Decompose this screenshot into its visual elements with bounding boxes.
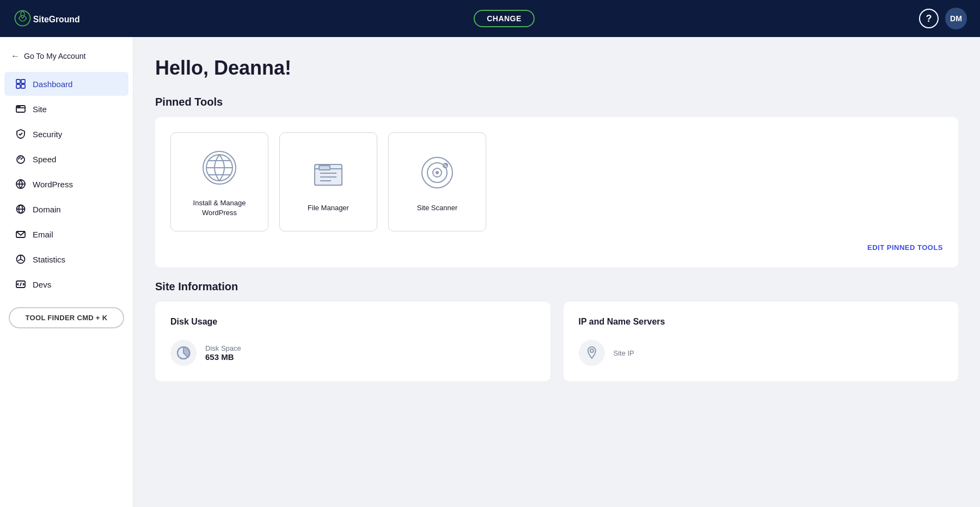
pinned-tools-title: Pinned Tools [155,96,958,108]
tool-label: File Manager [308,203,349,213]
change-button[interactable]: CHANGE [474,10,535,27]
svg-point-8 [17,106,19,107]
svg-rect-2 [16,80,20,83]
svg-rect-4 [16,84,20,88]
svg-rect-5 [21,84,25,88]
devs-icon [15,279,26,290]
svg-point-9 [19,106,20,107]
sidebar-item-statistics[interactable]: Statistics [4,247,128,271]
security-icon [15,129,26,139]
svg-rect-3 [21,80,25,83]
disk-icon-wrap [170,340,197,366]
sidebar-item-dashboard[interactable]: Dashboard [4,72,128,96]
site-ip-row: Site IP [579,340,944,366]
disk-usage-card: Disk Usage Disk Space 653 MB [155,302,550,381]
main-content: Hello, Deanna! Pinned Tools [133,37,980,507]
page-greeting: Hello, Deanna! [155,57,958,80]
disk-space-value: 653 MB [205,352,241,362]
logo-area: SiteGround [13,8,89,29]
edit-pinned-tools-link[interactable]: EDIT PINNED TOOLS [867,243,943,252]
svg-point-34 [436,172,438,174]
sidebar-item-label: Dashboard [33,80,72,89]
svg-point-39 [590,349,593,352]
user-avatar-button[interactable]: DM [945,8,967,29]
sidebar-nav: Dashboard Site [0,72,133,296]
disk-space-label: Disk Space [205,344,241,352]
ip-servers-title: IP and Name Servers [579,317,944,327]
pinned-tools-grid: Install & Manage WordPress [170,132,943,231]
sidebar-item-security[interactable]: Security [4,122,128,146]
help-button[interactable]: ? [919,9,939,28]
svg-rect-30 [319,166,330,170]
wordpress-tool-icon [198,146,241,190]
speed-icon [15,154,26,164]
ip-icon-wrap [579,340,605,366]
sidebar-item-domain[interactable]: Domain [4,197,128,221]
site-icon [15,103,26,114]
site-ip-label: Site IP [614,349,634,357]
back-label: Go To My Account [24,52,85,60]
sidebar: ← Go To My Account Dashboard [0,37,133,507]
location-pin-icon [584,345,599,361]
edit-pinned-tools-area: EDIT PINNED TOOLS [170,242,943,252]
tool-label: Install & Manage WordPress [182,198,257,218]
sidebar-item-speed[interactable]: Speed [4,147,128,171]
sidebar-item-wordpress[interactable]: WordPress [4,172,128,196]
disk-space-row: Disk Space 653 MB [170,340,535,366]
disk-usage-title: Disk Usage [170,317,535,327]
main-layout: ← Go To My Account Dashboard [0,37,980,507]
sidebar-item-label: Email [33,230,53,239]
file-manager-tool-icon [307,151,350,194]
svg-text:SiteGround: SiteGround [33,15,80,24]
top-navbar: SiteGround CHANGE ? DM [0,0,980,37]
go-to-account-link[interactable]: ← Go To My Account [0,46,133,72]
sidebar-item-label: Security [33,130,62,139]
wordpress-icon [15,179,26,190]
site-scanner-tool-icon [415,151,459,194]
sidebar-item-label: WordPress [33,180,73,189]
svg-line-19 [20,283,21,286]
sidebar-item-site[interactable]: Site [4,97,128,121]
site-information-title: Site Information [155,280,958,293]
tool-card-site-scanner[interactable]: Site Scanner [388,132,486,231]
svg-line-11 [21,157,23,160]
disk-space-info: Disk Space 653 MB [205,344,241,362]
dashboard-icon [15,78,26,89]
sidebar-item-label: Statistics [33,255,65,264]
sidebar-item-devs[interactable]: Devs [4,272,128,296]
tool-card-file-manager[interactable]: File Manager [279,132,377,231]
sidebar-item-label: Devs [33,280,51,289]
topnav-center: CHANGE [474,10,535,27]
topnav-right: ? DM [919,8,967,29]
tool-card-wordpress[interactable]: Install & Manage WordPress [170,132,268,231]
statistics-icon [15,254,26,265]
disk-chart-icon [176,345,191,361]
tool-finder-button[interactable]: TOOL FINDER CMD + K [9,307,124,328]
email-icon [15,229,26,240]
pinned-tools-card: Install & Manage WordPress [155,117,958,267]
sidebar-item-label: Domain [33,205,61,214]
ip-servers-card: IP and Name Servers Site IP [564,302,959,381]
sidebar-item-label: Site [33,105,47,114]
siteground-logo: SiteGround [13,8,89,29]
tool-label: Site Scanner [417,203,457,213]
site-info-grid: Disk Usage Disk Space 653 MB [155,302,958,381]
site-ip-info: Site IP [614,349,634,357]
domain-icon [15,204,26,215]
back-arrow-icon: ← [11,51,20,61]
svg-point-36 [446,164,448,166]
sidebar-item-email[interactable]: Email [4,222,128,246]
sidebar-item-label: Speed [33,155,56,164]
